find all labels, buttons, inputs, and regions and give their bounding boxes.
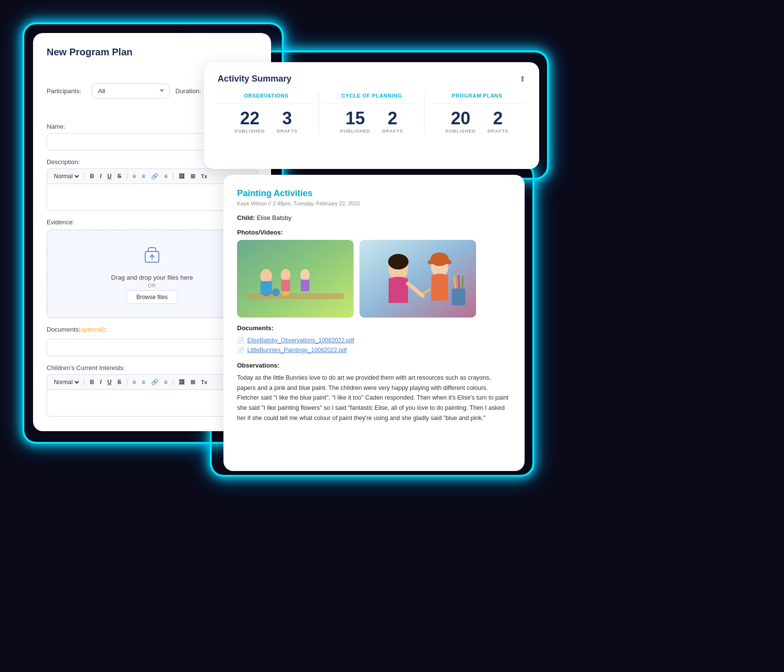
interests-clear[interactable]: Tx [199, 378, 209, 386]
prog-published-label: PUBLISHED [445, 128, 476, 134]
interests-ul[interactable]: ≡ [140, 378, 147, 386]
observations-section-label: Observations: [237, 362, 511, 369]
interests-underline[interactable]: U [105, 378, 114, 386]
doc-name-1[interactable]: EliseBatsby_Observations_10082022.pdf [247, 337, 354, 344]
plan-published-label: PUBLISHED [340, 128, 370, 134]
programs-section: PROGRAM PLANS 20 PUBLISHED 2 DRAFTS [428, 93, 526, 134]
planning-section: CYCLE OF PLANNING 15 PUBLISHED 2 DRAFTS [323, 93, 420, 134]
interests-strike[interactable]: S [116, 378, 123, 386]
drop-or: or [57, 283, 247, 288]
ol-button[interactable]: ≡ [131, 172, 138, 181]
plan-drafts-label: DRAFTS [382, 128, 403, 134]
clear-format-button[interactable]: Tx [199, 172, 209, 180]
interests-sep-1 [84, 379, 85, 386]
doc-icon-2: 📄 [237, 347, 244, 353]
obs-drafts-value: 3 [276, 109, 297, 128]
image-button[interactable]: 🖼 [177, 172, 187, 181]
svg-point-4 [272, 288, 280, 296]
drop-box-icon [57, 244, 247, 269]
prog-drafts-label: DRAFTS [487, 128, 508, 134]
prog-published-value: 20 [445, 109, 476, 128]
optional-text: (optional) [79, 326, 105, 333]
svg-rect-9 [281, 280, 290, 291]
link-button[interactable]: 🔗 [149, 172, 160, 181]
plan-drafts-col: 2 DRAFTS [382, 109, 403, 134]
interests-table[interactable]: ⊞ [188, 378, 197, 386]
plan-published-col: 15 PUBLISHED [340, 109, 370, 134]
obs-published-label: PUBLISHED [235, 128, 265, 134]
svg-text:🎨: 🎨 [243, 309, 248, 314]
interests-ol[interactable]: ≡ [131, 378, 138, 386]
browse-files-button[interactable]: Browse files [126, 290, 178, 304]
child-label: Child: Elise Batsby [237, 214, 291, 221]
divider-1 [319, 93, 319, 134]
obs-drafts-label: DRAFTS [276, 128, 297, 134]
interests-toolbar-normal[interactable]: Normal [52, 378, 81, 386]
svg-rect-22 [452, 288, 465, 305]
activity-header: Activity Summary ⬆ [218, 74, 526, 84]
child-value: Elise Batsby [256, 214, 291, 221]
prog-published-col: 20 PUBLISHED [445, 109, 476, 134]
svg-line-24 [459, 275, 459, 288]
toolbar-sep-2 [127, 173, 127, 180]
toolbar-normal-select[interactable]: Normal [52, 172, 81, 180]
photos-grid: 🎨 [237, 240, 511, 318]
plan-drafts-value: 2 [382, 109, 403, 128]
interests-link[interactable]: 🔗 [149, 378, 160, 386]
svg-rect-7 [260, 281, 272, 295]
doc-item-2: 📄 LittleBunnies_Paintings_10082022.pdf [237, 345, 511, 355]
ul-button[interactable]: ≡ [140, 172, 147, 181]
interests-sep-2 [127, 379, 127, 386]
svg-line-25 [462, 276, 463, 288]
painting-title: Painting Activities [237, 188, 511, 199]
observations-section: OBSERVATIONS 22 PUBLISHED 3 DRAFTS [218, 93, 315, 134]
svg-point-15 [388, 254, 409, 269]
drop-text: Drag and drop your files here [57, 274, 247, 281]
observations-header: OBSERVATIONS [218, 93, 315, 104]
interests-bold[interactable]: B [88, 378, 96, 386]
toolbar-sep-1 [84, 173, 85, 180]
activity-summary-card: Activity Summary ⬆ OBSERVATIONS 22 PUBLI… [204, 62, 539, 169]
prog-drafts-value: 2 [487, 109, 508, 128]
painting-activities-card: Painting Activities Kaye Wilson // 2:48p… [223, 175, 525, 471]
interests-sep-3 [173, 379, 173, 386]
table-button[interactable]: ⊞ [188, 172, 197, 181]
participants-label: Participants: [47, 87, 88, 95]
photos-label: Photos/Videos: [237, 229, 511, 236]
documents-section-label: Documents: [237, 324, 511, 332]
observations-text: Today as the little Bunnies love to do a… [237, 373, 511, 423]
align-button[interactable]: ≡ [162, 172, 170, 181]
svg-rect-1 [237, 240, 354, 318]
toolbar-sep-3 [173, 173, 173, 180]
interests-italic[interactable]: I [98, 378, 103, 386]
observations-field: Observations: Today as the little Bunnie… [237, 362, 511, 423]
program-title: New Program Plan [47, 47, 257, 58]
stats-container: OBSERVATIONS 22 PUBLISHED 3 DRAFTS CYCLE… [218, 93, 526, 134]
interests-align[interactable]: ≡ [162, 378, 170, 386]
obs-drafts-col: 3 DRAFTS [276, 109, 297, 134]
svg-rect-11 [301, 280, 309, 291]
svg-point-8 [281, 269, 290, 281]
svg-point-10 [300, 269, 310, 281]
strikethrough-button[interactable]: S [116, 172, 123, 181]
photos-field: Photos/Videos: [237, 229, 511, 318]
programs-header: PROGRAM PLANS [428, 93, 526, 104]
italic-button[interactable]: I [98, 172, 103, 181]
upload-button[interactable]: ⬆ [519, 74, 526, 84]
documents-field: Documents: 📄 EliseBatsby_Observations_10… [237, 324, 511, 355]
prog-drafts-col: 2 DRAFTS [487, 109, 508, 134]
divider-2 [424, 93, 425, 134]
documents-list: 📄 EliseBatsby_Observations_10082022.pdf … [237, 336, 511, 355]
photo-1: 🎨 [237, 240, 354, 318]
child-field: Child: Elise Batsby [237, 213, 511, 222]
doc-name-2[interactable]: LittleBunnies_Paintings_10082022.pdf [247, 347, 347, 353]
interests-image[interactable]: 🖼 [177, 378, 187, 386]
bold-button[interactable]: B [88, 172, 96, 181]
obs-published-col: 22 PUBLISHED [235, 109, 265, 134]
painting-meta: Kaye Wilson // 2:48pm, Tuesday, February… [237, 201, 511, 206]
doc-icon-1: 📄 [237, 337, 244, 344]
photo-2 [359, 240, 476, 318]
activity-title: Activity Summary [218, 74, 291, 84]
participants-select[interactable]: All [92, 84, 170, 99]
underline-button[interactable]: U [105, 172, 114, 181]
